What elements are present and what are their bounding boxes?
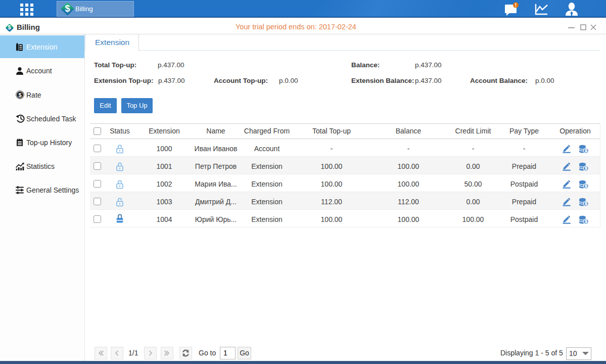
svg-text:$: $ xyxy=(585,201,587,206)
svg-text:$: $ xyxy=(585,166,587,171)
svg-text:$: $ xyxy=(585,148,587,153)
svg-text:$: $ xyxy=(18,92,21,98)
svg-text:!: ! xyxy=(515,3,517,8)
svg-text:$: $ xyxy=(585,184,587,189)
svg-text:$: $ xyxy=(585,219,587,224)
